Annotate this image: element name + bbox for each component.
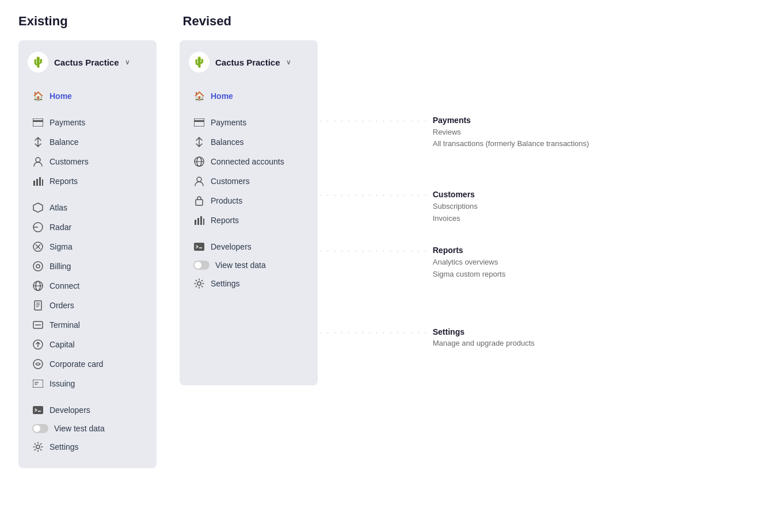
issuing-icon (32, 378, 44, 389)
existing-logo: 🌵 (28, 52, 48, 72)
existing-brand-name: Cactus Practice (54, 58, 119, 67)
existing-brand[interactable]: 🌵 Cactus Practice ∨ (28, 52, 147, 75)
payments-ann-reviews: Reviews (433, 127, 589, 139)
revised-connected-accounts-icon (193, 156, 205, 167)
revised-nav-settings-label: Settings (211, 279, 240, 288)
annotation-payments: · · · · · · · · · · · · · · · · Payments… (320, 113, 589, 150)
existing-nav-reports[interactable]: Reports (28, 171, 147, 191)
revised-nav-reports[interactable]: Reports (189, 210, 309, 230)
existing-toggle[interactable] (32, 424, 48, 433)
revised-sidebar: 🌵 Cactus Practice ∨ 🏠 Home Payments (180, 40, 318, 385)
radar-icon (32, 221, 44, 233)
existing-title: Existing (18, 14, 68, 29)
main-layout: 🌵 Cactus Practice ∨ 🏠 Home Payments Bala… (18, 40, 751, 468)
revised-nav-connected-accounts-label: Connected accounts (211, 157, 284, 166)
revised-nav-products-label: Products (211, 196, 242, 205)
svg-rect-0 (33, 118, 43, 127)
revised-logo: 🌵 (189, 52, 210, 72)
customers-ann-text: Customers Subscriptions Invoices (428, 187, 478, 224)
settings-ann-manage: Manage and upgrade products (433, 338, 535, 350)
revised-nav-developers[interactable]: Developers (189, 237, 309, 257)
revised-nav-payments-label: Payments (211, 118, 246, 127)
revised-title: Revised (183, 14, 231, 29)
terminal-icon (32, 319, 44, 331)
svg-rect-42 (194, 243, 204, 251)
revised-brand-name: Cactus Practice (215, 58, 280, 67)
settings-dots: · · · · · · · · · · · · · · · · (320, 324, 428, 336)
revised-nav-payments[interactable]: Payments (189, 113, 309, 132)
existing-nav-developers-label: Developers (50, 405, 90, 415)
existing-nav-orders[interactable]: Orders (28, 296, 147, 315)
revised-developers-icon (193, 241, 205, 252)
payments-ann-title: Payments (433, 115, 589, 127)
existing-nav-terminal[interactable]: Terminal (28, 315, 147, 335)
svg-rect-4 (36, 179, 38, 186)
revised-nav-products[interactable]: Products (189, 191, 309, 210)
revised-products-icon (193, 195, 205, 206)
revised-toggle[interactable] (193, 261, 210, 270)
existing-nav-balance[interactable]: Balance (28, 132, 147, 152)
revised-nav-settings[interactable]: Settings (189, 274, 309, 293)
existing-nav-capital[interactable]: Capital (28, 335, 147, 354)
revised-brand[interactable]: 🌵 Cactus Practice ∨ (189, 52, 309, 75)
svg-rect-6 (42, 179, 43, 186)
balance-icon (32, 136, 44, 148)
existing-nav-radar[interactable]: Radar (28, 217, 147, 237)
existing-nav-customers[interactable]: Customers (28, 152, 147, 171)
existing-nav-sigma[interactable]: Sigma (28, 237, 147, 257)
existing-nav-view-test-data[interactable]: View test data (28, 420, 147, 437)
revised-nav-developers-label: Developers (211, 242, 252, 251)
svg-rect-37 (196, 200, 203, 205)
customers-dots: · · · · · · · · · · · · · · · · (320, 187, 428, 198)
existing-nav-developers[interactable]: Developers (28, 400, 147, 420)
existing-nav-corporate-card[interactable]: Corporate card (28, 354, 147, 374)
svg-point-24 (33, 359, 43, 369)
existing-nav-settings[interactable]: Settings (28, 437, 147, 457)
reports-ann-sigma: Sigma custom reports (433, 269, 505, 281)
existing-nav-capital-label: Capital (50, 340, 75, 349)
revised-nav-connected-accounts[interactable]: Connected accounts (189, 152, 309, 171)
reports-dots: · · · · · · · · · · · · · · · · (320, 243, 428, 254)
revised-nav-view-test-data[interactable]: View test data (189, 257, 309, 274)
existing-nav-terminal-label: Terminal (50, 320, 80, 330)
revised-nav-home[interactable]: 🏠 Home (189, 86, 309, 106)
customers-ann-subscriptions: Subscriptions (433, 201, 478, 213)
existing-nav-balance-label: Balance (50, 137, 79, 147)
reports-ann-text: Reports Analytics overviews Sigma custom… (428, 243, 505, 280)
svg-point-44 (197, 282, 201, 285)
revised-customers-icon (193, 175, 205, 187)
reports-ann-analytics: Analytics overviews (433, 257, 505, 269)
svg-point-36 (197, 177, 201, 182)
connect-icon (32, 280, 44, 292)
existing-nav-billing[interactable]: Billing (28, 257, 147, 276)
existing-nav-atlas[interactable]: Atlas (28, 198, 147, 217)
revised-nav-view-test-data-label: View test data (215, 261, 266, 270)
revised-nav-customers[interactable]: Customers (189, 171, 309, 191)
existing-nav-issuing-label: Issuing (50, 379, 75, 388)
svg-marker-7 (33, 203, 43, 212)
home-icon: 🏠 (32, 90, 44, 102)
svg-rect-1 (33, 120, 43, 122)
capital-icon (32, 339, 44, 350)
revised-settings-icon (193, 278, 205, 289)
existing-nav-connect[interactable]: Connect (28, 276, 147, 296)
payments-ann-transactions: All transactions (formerly Balance trans… (433, 138, 589, 150)
customers-icon (32, 156, 44, 167)
existing-nav-payments[interactable]: Payments (28, 113, 147, 132)
existing-nav-payments-label: Payments (50, 118, 85, 127)
settings-ann-title: Settings (433, 327, 535, 338)
existing-nav-issuing[interactable]: Issuing (28, 374, 147, 393)
revised-payments-icon (193, 117, 205, 128)
svg-rect-38 (195, 220, 196, 225)
payments-icon (32, 117, 44, 128)
svg-rect-17 (35, 301, 41, 310)
svg-point-30 (36, 445, 40, 449)
svg-rect-28 (33, 406, 43, 414)
existing-nav-home[interactable]: 🏠 Home (28, 86, 147, 106)
reports-ann-title: Reports (433, 245, 505, 257)
existing-nav-settings-label: Settings (50, 442, 79, 451)
annotation-settings: · · · · · · · · · · · · · · · · Settings… (320, 324, 589, 350)
revised-brand-chevron: ∨ (286, 58, 291, 66)
svg-rect-39 (197, 218, 199, 225)
revised-nav-balances[interactable]: Balances (189, 132, 309, 152)
